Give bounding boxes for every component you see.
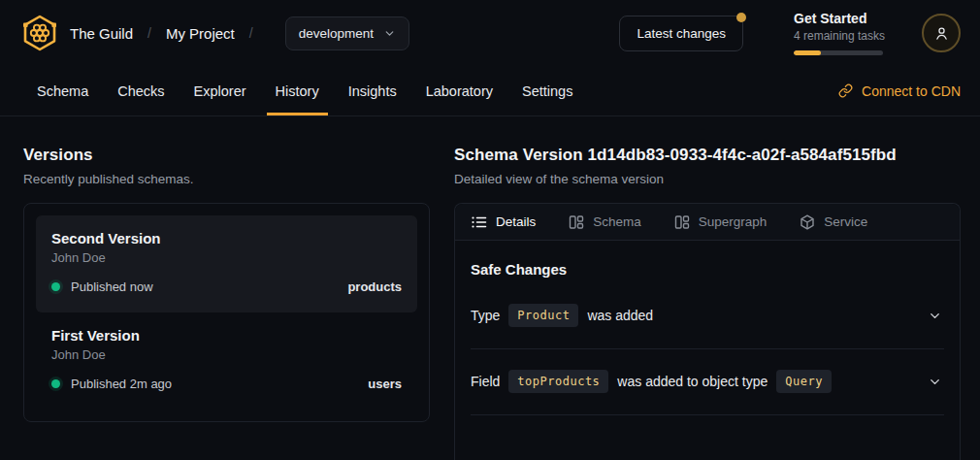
user-avatar[interactable] (922, 14, 961, 52)
target-selector-value: development (299, 26, 374, 41)
version-author: John Doe (51, 347, 402, 362)
get-started-remaining-tasks: 4 remaining tasks (794, 29, 883, 43)
expand-change-button[interactable] (926, 307, 944, 325)
schema-version-title: Schema Version 1d14db83-0933-4f4c-a02f-a… (454, 146, 961, 165)
nav-tabs: SchemaChecksExplorerHistoryInsightsLabor… (37, 66, 572, 115)
expand-change-button[interactable] (926, 373, 944, 391)
breadcrumb-separator: / (249, 25, 253, 41)
target-selector[interactable]: development (285, 16, 409, 50)
changes-list: TypeProductwas addedFieldtopProductswas … (471, 283, 944, 415)
connect-to-cdn-button[interactable]: Connect to CDN (838, 66, 961, 115)
list-icon (472, 214, 487, 230)
nav-tab-schema[interactable]: Schema (37, 66, 88, 115)
detail-tab-label: Details (496, 214, 536, 229)
change-description: FieldtopProductswas added to object type… (471, 370, 832, 393)
org-breadcrumb[interactable]: The Guild (70, 25, 133, 42)
detail-tab-label: Supergraph (699, 214, 768, 229)
user-icon (933, 25, 950, 42)
breadcrumb-separator: / (147, 25, 151, 41)
nav-tab-checks[interactable]: Checks (117, 66, 164, 115)
change-description: TypeProductwas added (471, 304, 653, 327)
version-list-item[interactable]: First VersionJohn DoePublished 2m agouse… (36, 312, 417, 410)
detail-tab-details[interactable]: Details (472, 214, 536, 230)
code-pill: Product (508, 304, 578, 327)
chevron-down-icon (383, 27, 396, 40)
get-started-progress-bar (794, 50, 883, 55)
published-status-text: Published 2m ago (71, 377, 172, 391)
version-meta-row: Published nowproducts (51, 279, 402, 294)
change-text-part: was added (587, 308, 653, 323)
code-pill: Query (776, 370, 832, 393)
schema-change-row: FieldtopProductswas added to object type… (471, 349, 944, 415)
safe-changes-title: Safe Changes (471, 261, 944, 278)
change-text-part: Type (471, 308, 500, 323)
get-started-title: Get Started (794, 11, 883, 26)
detail-tab-label: Service (824, 214, 867, 229)
connect-to-cdn-label: Connect to CDN (862, 83, 961, 99)
latest-changes-button[interactable]: Latest changes (619, 16, 743, 51)
service-name-badge: products (347, 279, 402, 294)
version-detail-body: Safe Changes TypeProductwas addedFieldto… (455, 241, 960, 415)
nav-tab-insights[interactable]: Insights (348, 66, 397, 115)
project-breadcrumb[interactable]: My Project (166, 25, 235, 42)
schema-change-row: TypeProductwas added (471, 283, 944, 349)
versions-subtitle: Recently published schemas. (23, 172, 430, 186)
version-detail-card: Details Schema Supergraph Service Safe C… (454, 203, 961, 460)
main-content: Versions Recently published schemas. Sec… (0, 116, 980, 460)
latest-changes-label: Latest changes (637, 26, 726, 41)
chevron-down-icon (928, 375, 942, 389)
change-text-part: was added to object type (617, 374, 768, 389)
version-title: First Version (51, 327, 402, 344)
nav-tab-settings[interactable]: Settings (522, 66, 572, 115)
published-status-dot (51, 379, 60, 388)
version-detail-tabs: Details Schema Supergraph Service (455, 204, 960, 241)
published-status-text: Published now (71, 279, 153, 294)
cube-icon (800, 214, 815, 230)
get-started-progress-fill (794, 50, 821, 55)
notification-dot (736, 13, 746, 22)
version-title: Second Version (51, 230, 402, 246)
nav-tab-laboratory[interactable]: Laboratory (426, 66, 493, 115)
versions-title: Versions (23, 146, 430, 165)
version-author: John Doe (51, 250, 402, 265)
version-meta-row: Published 2m agousers (51, 377, 402, 391)
columns-icon (569, 214, 584, 230)
columns-icon (674, 214, 690, 230)
detail-tab-label: Schema (593, 214, 641, 229)
code-pill: topProducts (508, 370, 608, 393)
detail-tab-supergraph[interactable]: Supergraph (674, 214, 768, 230)
chevron-down-icon (928, 309, 942, 323)
change-text-part: Field (471, 374, 500, 389)
nav-tab-explorer[interactable]: Explorer (194, 66, 246, 115)
detail-tab-schema[interactable]: Schema (569, 214, 641, 230)
nav-tab-history[interactable]: History (276, 66, 319, 115)
service-name-badge: users (368, 377, 402, 391)
version-list-item[interactable]: Second VersionJohn DoePublished nowprodu… (36, 215, 417, 312)
get-started-widget[interactable]: Get Started 4 remaining tasks (794, 11, 883, 55)
link-icon (838, 83, 853, 98)
app-header: The Guild / My Project / development Lat… (0, 0, 980, 66)
versions-section: Versions Recently published schemas. Sec… (23, 146, 430, 460)
guild-logo-icon[interactable] (21, 14, 58, 52)
versions-list: Second VersionJohn DoePublished nowprodu… (23, 203, 430, 422)
main-nav: SchemaChecksExplorerHistoryInsightsLabor… (0, 66, 980, 116)
detail-tab-service[interactable]: Service (800, 214, 867, 230)
published-status-dot (51, 282, 60, 291)
schema-version-subtitle: Detailed view of the schema version (454, 172, 961, 186)
version-detail-section: Schema Version 1d14db83-0933-4f4c-a02f-a… (454, 146, 961, 460)
